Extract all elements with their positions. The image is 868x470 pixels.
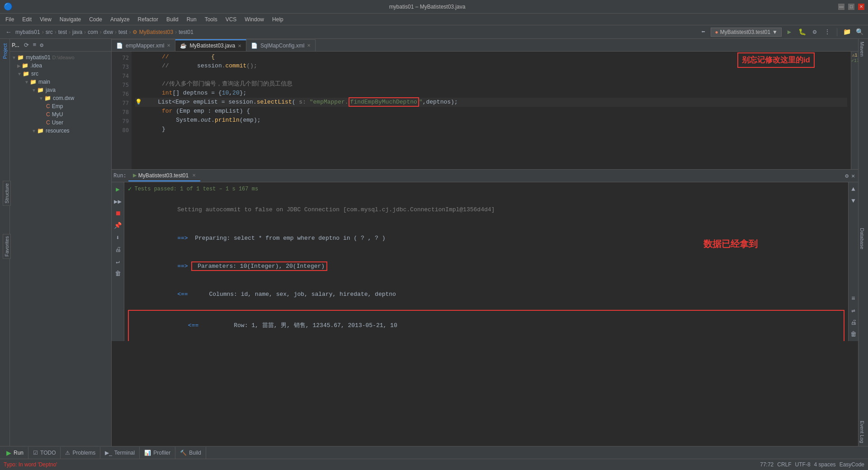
tree-main[interactable]: ▼ 📁 main [10,78,111,86]
tab-sqlmapconfig[interactable]: 📄 SqlMapConfig.xml ✕ [246,39,316,51]
rerun-failed-button[interactable]: ▶▶ [113,196,123,207]
run-tab-mybatistest03[interactable]: ▶ MyBatistest03.test01 ✕ [128,171,200,181]
project-collapse-button[interactable]: ≡ [31,41,38,49]
tree-user-label: User [52,119,63,126]
delete-btn[interactable]: 🗑 [849,329,858,339]
breadcrumb-dxw[interactable]: dxw [104,29,113,35]
project-settings-button[interactable]: ⚙ [38,41,45,50]
menu-window[interactable]: Window [241,15,268,24]
menu-build[interactable]: Build [163,15,182,24]
profiler-button[interactable]: 📊 Profiler [140,447,175,459]
line-num-78: 78 [112,108,132,117]
run-button[interactable]: ▶ [784,27,794,37]
terminal-button[interactable]: ▶_ Terminal [100,447,140,459]
project-tab[interactable]: Project [1,41,9,62]
run-config-dropdown[interactable]: ● MyBatistest03.test01 ▼ [711,28,782,37]
clear-button[interactable]: 🗑 [113,269,123,279]
line-num-76: 76 [112,90,132,99]
structure-side-tab[interactable]: Structure [3,181,11,206]
menu-vcs[interactable]: VCS [222,15,241,24]
maven-tab[interactable]: Maven [859,39,868,59]
run-toolbar-button[interactable]: ▶ Run [2,447,28,459]
pin-tab-button[interactable]: 📌 [113,220,123,231]
menu-navigate[interactable]: Navigate [56,15,85,24]
rerun-button[interactable]: ▶ [114,184,121,195]
tab-sqlmapconfig-close[interactable]: ✕ [307,43,311,48]
breadcrumb-test2[interactable]: test [118,29,127,35]
scroll-up-button[interactable]: ▲ [850,184,856,194]
tree-src[interactable]: ▼ 📁 src [10,70,111,78]
tree-myu[interactable]: C MyU [10,110,111,119]
breadcrumb-test[interactable]: test [58,29,67,35]
build-button[interactable]: 🔨 Build [175,447,206,459]
window-controls: — □ ✕ [838,4,864,10]
breadcrumb-mybatis01[interactable]: mybatis01 [15,29,40,35]
more-run-button[interactable]: ⋮ [822,27,832,37]
run-panel-label: Run: [113,173,127,179]
coverage-button[interactable]: ⚙ [810,27,820,37]
window-title: mybatis01 – MyBatistest03.java [16,4,838,10]
line-num-77: 77 [112,99,132,108]
minimize-button[interactable]: — [838,4,844,10]
run-tab-close[interactable]: ✕ [192,173,196,178]
breadcrumb-mybatistest03[interactable]: ⚙ MyBatistest03 [132,29,173,35]
tree-resources[interactable]: ▼ 📁 resources [10,127,111,135]
tree-idea[interactable]: ▶ 📁 .idea [10,62,111,70]
format-button[interactable]: ≡ [850,294,856,304]
stop-button[interactable]: ⏹ [113,209,123,218]
search-everywhere-button[interactable]: 🔍 [854,27,864,37]
problems-button[interactable]: ⚠ Problems [61,447,100,459]
console-output[interactable]: ✓ Tests passed: 1 of 1 test – 1 s 167 ms… [124,182,848,341]
run-close-button[interactable]: ✕ [850,171,856,180]
breadcrumb-src[interactable]: src [46,29,53,35]
scroll-down-button[interactable]: ▼ [850,196,856,206]
align-button[interactable]: ⇌ [850,305,856,316]
problems-label: Problems [72,450,95,456]
code-editor[interactable]: 72 73 74 75 76 77 78 79 80 ⚙ [112,52,858,169]
tab-empmapper[interactable]: 📄 empMapper.xml ✕ [112,39,175,51]
print-button[interactable]: 🖨 [113,245,123,255]
event-log-tab[interactable]: Event Log [859,418,868,446]
menu-help[interactable]: Help [269,15,287,24]
tree-emp[interactable]: C Emp [10,102,111,110]
code-text-area[interactable]: ⚙ // { ⚙ // session.commit(); ⚙ [132,52,851,169]
open-file-button[interactable]: 📁 [842,27,852,37]
navigate-back-icon[interactable]: ⬅ [698,27,708,37]
tab-empmapper-icon: 📄 [116,43,123,49]
scrollbar-track[interactable] [851,63,858,169]
menu-refactor[interactable]: Refactor [134,15,162,24]
menu-analyze[interactable]: Analyze [107,15,133,24]
run-config-label: MyBatistest03.test01 [720,29,770,35]
database-tab[interactable]: Database [859,225,868,252]
gutter-bulb-icon[interactable]: 💡 [135,98,142,106]
print-btn2[interactable]: 🖨 [849,318,858,328]
menu-code[interactable]: Code [85,15,106,24]
tree-comdxw[interactable]: ▼ 📁 com.dxw [10,94,111,102]
menu-view[interactable]: View [36,15,55,24]
tree-root-mybatis01[interactable]: ▼ 📁 mybatis01 D:\ideawo [10,53,111,62]
menu-run[interactable]: Run [183,15,200,24]
breadcrumb-test01[interactable]: test01 [179,29,193,35]
maximize-button[interactable]: □ [848,4,854,10]
debug-button[interactable]: 🐛 [797,27,807,37]
tab-mybatistest03[interactable]: ☕ MyBatistest03.java ✕ [175,39,246,51]
todo-button[interactable]: ☑ TODO [28,447,61,459]
titlebar: 🔵 mybatis01 – MyBatistest03.java — □ ✕ [0,0,868,14]
menu-tools[interactable]: Tools [201,15,221,24]
scroll-to-end-button[interactable]: ⬇ [114,233,121,243]
run-settings-button[interactable]: ⚙ [844,171,850,180]
menu-edit[interactable]: Edit [19,15,35,24]
menu-file[interactable]: File [2,15,18,24]
tab-empmapper-close[interactable]: ✕ [167,43,170,48]
breadcrumb-java[interactable]: java [72,29,82,35]
soft-wrap-button[interactable]: ↵ [114,256,121,267]
terminal-icon: ▶_ [105,450,112,456]
tab-mybatistest03-close[interactable]: ✕ [238,43,241,48]
breadcrumb-com[interactable]: com [88,29,98,35]
tree-java[interactable]: ▼ 📁 java [10,86,111,94]
close-button[interactable]: ✕ [858,4,864,10]
back-button[interactable]: ← [4,27,14,37]
favorites-side-tab[interactable]: Favorites [3,234,11,259]
tree-user[interactable]: C User [10,119,111,127]
project-sync-button[interactable]: ⟳ [23,41,30,50]
